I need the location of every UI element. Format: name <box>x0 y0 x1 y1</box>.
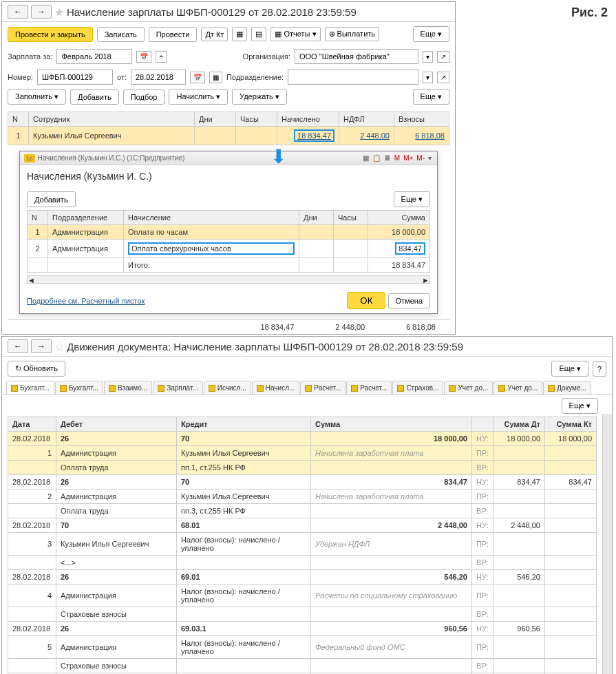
tab-3[interactable]: Зарплат... <box>153 381 203 394</box>
help-button[interactable]: ? <box>593 361 606 377</box>
entry-row[interactable]: 28.02.20182669.03.1960,56НУ:960,56 <box>8 622 597 636</box>
dept-input[interactable] <box>288 70 418 85</box>
tab-icon <box>11 385 18 392</box>
fill-button[interactable]: Заполнить ▾ <box>8 89 66 105</box>
col-employee[interactable]: Сотрудник <box>29 112 195 127</box>
dept-open-icon[interactable]: ↗ <box>437 72 449 83</box>
nav-back-button-2[interactable]: ← <box>8 339 28 353</box>
accruals-popup: 1c Начисления (Кузьмин И.С.) (1С:Предпри… <box>19 151 438 314</box>
table-row[interactable]: 2 Администрация Оплата сверхурочных часо… <box>28 240 430 258</box>
more-button-3[interactable]: Еще ▾ <box>551 361 588 377</box>
totals-row: 18 834,47 2 448,00 6 818,08 <box>8 319 449 334</box>
popup-icon[interactable]: 🖩 <box>383 154 392 162</box>
col-n[interactable]: N <box>8 112 29 127</box>
tab-4[interactable]: Исчисл... <box>204 381 251 394</box>
org-open-icon[interactable]: ↗ <box>437 51 449 63</box>
pick-button[interactable]: Подбор <box>123 89 165 105</box>
popup-add-button[interactable]: Добавить <box>27 191 76 207</box>
accrue-button[interactable]: Начислить ▾ <box>169 89 228 105</box>
overtime-sum-highlight: 834,47 <box>395 242 425 255</box>
table-row[interactable]: 1 Кузьмин Илья Сергеевич 18 834,47 2 448… <box>8 127 449 145</box>
mminus-indicator: M- <box>415 154 426 162</box>
dept-dropdown-icon[interactable]: ▾ <box>423 72 433 83</box>
popup-icon[interactable]: ▦ <box>361 154 370 162</box>
date-calendar-icon[interactable]: 📅 <box>190 72 205 83</box>
more-button-2[interactable]: Еще ▾ <box>413 89 449 105</box>
period-calendar-icon[interactable]: 📅 <box>136 51 151 63</box>
reports-button[interactable]: ▦ Отчеты ▾ <box>270 27 320 41</box>
entry-row[interactable]: 28.02.2018267018 000,00НУ:18 000,0018 00… <box>8 432 597 446</box>
pay-button[interactable]: ⊕ Выплатить <box>325 27 380 41</box>
app-icon: 1c <box>24 154 35 162</box>
accrued-link[interactable]: 18 834,47 <box>294 129 334 142</box>
ndfl-link[interactable]: 2 448,00 <box>360 131 390 140</box>
nav-back-button[interactable]: ← <box>8 5 28 19</box>
cancel-button[interactable]: Отмена <box>388 293 430 308</box>
entry-row[interactable]: 4АдминистрацияНалог (взносы): начислено … <box>8 585 597 607</box>
write-button[interactable]: Записать <box>97 27 145 42</box>
horizontal-scrollbar[interactable]: ◄► <box>27 275 430 284</box>
org-dropdown-icon[interactable]: ▾ <box>423 51 433 63</box>
dtkt-icon[interactable]: Дт Кт <box>201 28 228 41</box>
popup-more-button[interactable]: Еще ▾ <box>394 191 430 207</box>
favorite-star-icon[interactable]: ★ <box>54 6 64 19</box>
icon1[interactable]: ▦ <box>232 27 247 41</box>
tab-6[interactable]: Расчет... <box>300 381 346 394</box>
tab-8[interactable]: Страхов... <box>392 381 443 394</box>
table-row[interactable]: 1 Администрация Оплата по часам 18 000,0… <box>28 225 430 240</box>
number-input[interactable] <box>37 70 113 85</box>
popup-dropdown-icon[interactable]: ▾ <box>427 154 433 162</box>
tab-7[interactable]: Расчет... <box>346 381 392 394</box>
more-button-4[interactable]: Еще ▾ <box>562 398 598 414</box>
col-days[interactable]: Дни <box>195 112 236 127</box>
entry-row[interactable]: 28.02.20187068.012 448,00НУ:2 448,00 <box>8 518 597 533</box>
popup-icon[interactable]: 📋 <box>371 154 382 162</box>
entry-row[interactable]: Оплата трудапп.3, ст.255 НК РФВР: <box>8 504 597 518</box>
col-contributions[interactable]: Взносы <box>394 112 449 127</box>
entry-row[interactable]: 1АдминистрацияКузьмин Илья СергеевичНачи… <box>8 446 597 461</box>
entry-row[interactable]: 28.02.20182670834,47НУ:834,47834,47 <box>8 475 597 489</box>
tab-5[interactable]: Начисл... <box>252 381 300 394</box>
detail-link[interactable]: Подробнее см. Расчетный листок <box>27 297 145 305</box>
add-button[interactable]: Добавить <box>70 89 119 105</box>
contrib-link[interactable]: 6 818,08 <box>415 131 445 140</box>
tab-icon <box>109 385 116 392</box>
more-button[interactable]: Еще ▾ <box>413 26 449 42</box>
date-input[interactable] <box>131 70 186 85</box>
movements-window: ← → ☆ Движения документа: Начисление зар… <box>1 336 613 674</box>
tab-11[interactable]: Докуме... <box>543 381 591 394</box>
tab-1[interactable]: Бухгалт... <box>55 381 103 394</box>
entry-row[interactable]: 28.02.20182669.01546,20НУ:546,20 <box>8 570 597 585</box>
icon2[interactable]: ▤ <box>251 27 266 41</box>
post-and-close-button[interactable]: Провести и закрыть <box>8 27 93 42</box>
period-input[interactable] <box>56 49 132 64</box>
tab-icon <box>305 385 312 392</box>
entry-row[interactable]: 5АдминистрацияНалог (взносы): начислено … <box>8 636 597 659</box>
deduct-button[interactable]: Удержать ▾ <box>232 89 287 105</box>
nav-fwd-button[interactable]: → <box>31 5 52 19</box>
post-button[interactable]: Провести <box>149 27 198 42</box>
total-row: Итого: 18 834,47 <box>28 258 430 273</box>
col-ndfl[interactable]: НДФЛ <box>339 112 394 127</box>
period-step-icon[interactable]: ÷ <box>156 51 167 63</box>
entry-row[interactable]: Страховые взносыВР: <box>8 659 597 673</box>
entry-row[interactable]: 3Кузьмин Илья СергеевичНалог (взносы): н… <box>8 533 597 556</box>
entry-row[interactable]: <...>ВР: <box>8 556 597 570</box>
col-accrued[interactable]: Начислено <box>277 112 339 127</box>
entry-row[interactable]: Страховые взносыВР: <box>8 607 597 622</box>
tab-10[interactable]: Учет до... <box>493 381 542 394</box>
col-hours[interactable]: Часы <box>236 112 277 127</box>
nav-fwd-button-2[interactable]: → <box>31 339 52 353</box>
refresh-button[interactable]: ↻ Обновить <box>8 361 65 377</box>
tab-9[interactable]: Учет до... <box>444 381 493 394</box>
tab-0[interactable]: Бухгалт... <box>6 381 54 394</box>
entry-row[interactable]: Оплата трудапп.1, ст.255 НК РФВР: <box>8 461 597 475</box>
favorite-star-icon-2[interactable]: ☆ <box>54 340 64 353</box>
icon3[interactable]: ▦ <box>209 72 222 83</box>
ok-button[interactable]: ОК <box>347 292 385 309</box>
dept-label: Подразделение: <box>226 73 284 81</box>
entry-row[interactable]: 2АдминистрацияКузьмин Илья СергеевичНачи… <box>8 489 597 504</box>
tab-2[interactable]: Взаимо... <box>104 381 152 394</box>
org-input[interactable] <box>295 49 418 64</box>
vertical-scrollbar[interactable] <box>602 414 612 674</box>
